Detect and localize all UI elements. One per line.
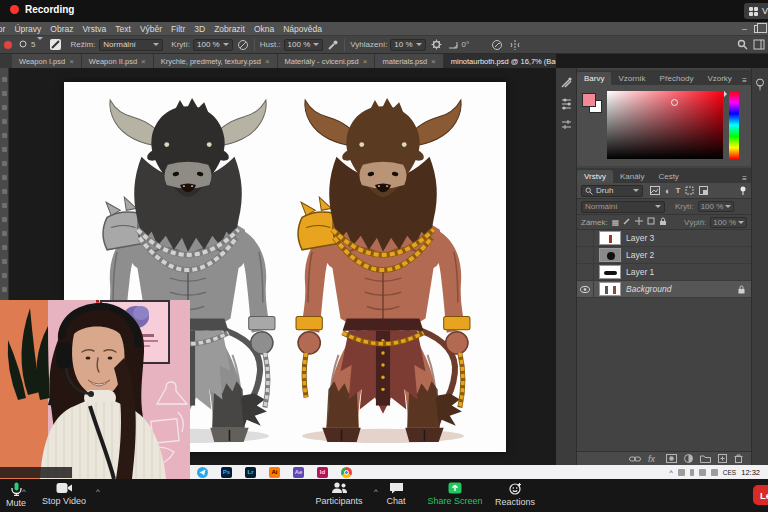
panel-menu-icon[interactable] bbox=[742, 174, 747, 183]
layer-thumbnail[interactable] bbox=[599, 265, 621, 279]
tab-vzorky[interactable]: Vzorky bbox=[700, 72, 738, 85]
filter-pin-icon[interactable] bbox=[739, 186, 747, 196]
tab-vrstvy[interactable]: Vrstvy bbox=[577, 170, 613, 183]
lock-paint-icon[interactable] bbox=[623, 217, 631, 227]
menu-okna[interactable]: Okna bbox=[254, 24, 274, 34]
layer-row[interactable]: Layer 3 bbox=[577, 230, 751, 247]
search-icon[interactable] bbox=[737, 39, 748, 50]
airbrush-icon[interactable] bbox=[327, 39, 339, 51]
close-icon[interactable] bbox=[141, 56, 146, 66]
tab-cesty[interactable]: Cesty bbox=[651, 170, 685, 183]
layer-row[interactable]: Layer 2 bbox=[577, 247, 751, 264]
close-icon[interactable] bbox=[69, 56, 74, 66]
visibility-toggle[interactable] bbox=[577, 230, 594, 246]
close-icon[interactable] bbox=[265, 56, 270, 66]
layer-filter-select[interactable]: Druh bbox=[581, 185, 643, 197]
tray-expand-icon[interactable]: ^ bbox=[670, 469, 673, 476]
layer-thumbnail[interactable] bbox=[599, 231, 621, 245]
filter-adjustment-layers-icon[interactable]: ◐ bbox=[665, 186, 670, 196]
view-button[interactable]: View bbox=[744, 3, 768, 19]
indesign-app-icon[interactable]: Id bbox=[317, 467, 328, 478]
layer-effects-icon[interactable]: fx bbox=[648, 454, 659, 463]
visibility-toggle[interactable] bbox=[577, 281, 594, 297]
document-tab[interactable]: Weapon I.psd bbox=[12, 54, 82, 68]
document-tab[interactable]: materials.psd bbox=[375, 54, 443, 68]
pressure-size-icon[interactable] bbox=[491, 39, 503, 51]
photoshop-app-icon[interactable]: Ps bbox=[221, 467, 232, 478]
symmetry-icon[interactable] bbox=[509, 39, 521, 51]
menu-soubor[interactable]: Soubor bbox=[0, 24, 5, 34]
document-tab[interactable]: Materiály - cviceni.psd bbox=[278, 54, 376, 68]
layer-thumbnail[interactable] bbox=[599, 248, 621, 262]
mute-options-caret[interactable]: ^ bbox=[22, 487, 26, 496]
participants-button[interactable]: Participants bbox=[306, 482, 372, 506]
document-tab[interactable]: Krychle, predmety, textury.psd bbox=[154, 54, 278, 68]
lightroom-app-icon[interactable]: Lr bbox=[245, 467, 256, 478]
leave-button[interactable]: Leave bbox=[753, 485, 768, 505]
visibility-toggle[interactable] bbox=[577, 247, 594, 263]
blend-mode-select[interactable]: Normální bbox=[99, 39, 163, 51]
filter-pixel-layers-icon[interactable] bbox=[650, 186, 660, 195]
layer-blend-mode-select[interactable]: Normální bbox=[581, 201, 665, 213]
close-icon[interactable] bbox=[431, 56, 436, 66]
menu-text[interactable]: Text bbox=[115, 24, 131, 34]
mute-button[interactable]: Mute bbox=[0, 482, 38, 508]
brushes-panel-icon[interactable] bbox=[560, 76, 573, 89]
filter-smart-objects-icon[interactable] bbox=[699, 186, 708, 195]
menu-zobrazit[interactable]: Zobrazit bbox=[214, 24, 245, 34]
menu-vrstva[interactable]: Vrstva bbox=[83, 24, 107, 34]
lock-transparency-icon[interactable]: ▦ bbox=[612, 218, 620, 227]
visibility-toggle[interactable] bbox=[577, 264, 594, 280]
reactions-button[interactable]: Reactions bbox=[486, 482, 544, 507]
after-effects-app-icon[interactable]: Ae bbox=[293, 467, 304, 478]
smoothing-select[interactable]: 10 % bbox=[390, 39, 425, 51]
layer-thumbnail[interactable] bbox=[599, 282, 621, 296]
panel-menu-icon[interactable] bbox=[742, 76, 747, 85]
lock-artboard-icon[interactable] bbox=[647, 217, 655, 227]
browser-icon[interactable] bbox=[341, 467, 352, 478]
minimize-icon[interactable]: – bbox=[742, 24, 747, 34]
keyboard-language[interactable]: CES bbox=[723, 469, 736, 476]
layer-mask-icon[interactable] bbox=[666, 454, 677, 463]
filter-shape-layers-icon[interactable] bbox=[685, 186, 694, 195]
menu-filtr[interactable]: Filtr bbox=[171, 24, 185, 34]
layer-opacity-value[interactable]: 100 % bbox=[698, 201, 735, 212]
color-swatches[interactable] bbox=[582, 93, 604, 115]
window-close-icon[interactable] bbox=[4, 41, 12, 49]
menu-3d[interactable]: 3D bbox=[194, 24, 205, 34]
tray-icon[interactable] bbox=[690, 469, 694, 476]
menu-upravy[interactable]: Úpravy bbox=[14, 24, 41, 34]
video-options-caret[interactable]: ^ bbox=[96, 487, 100, 496]
tray-icon[interactable] bbox=[699, 469, 706, 476]
gear-icon[interactable] bbox=[431, 39, 442, 50]
lightbulb-icon[interactable] bbox=[755, 78, 765, 91]
color-picker-ring[interactable] bbox=[671, 99, 678, 106]
lock-move-icon[interactable] bbox=[635, 217, 643, 227]
filter-type-layers-icon[interactable]: T bbox=[675, 186, 680, 195]
delete-layer-icon[interactable] bbox=[734, 454, 743, 463]
stop-video-button[interactable]: Stop Video bbox=[36, 482, 92, 506]
close-icon[interactable] bbox=[363, 56, 368, 66]
opacity-select[interactable]: 100 % bbox=[193, 39, 233, 51]
layer-fill-value[interactable]: 100 % bbox=[710, 217, 747, 228]
tab-kanaly[interactable]: Kanály bbox=[613, 170, 651, 183]
new-group-icon[interactable] bbox=[700, 454, 711, 463]
restore-window-icon[interactable] bbox=[754, 25, 762, 33]
link-layers-icon[interactable] bbox=[629, 455, 641, 463]
taskbar-clock[interactable]: 12:32 bbox=[741, 468, 760, 477]
adjustment-layer-icon[interactable] bbox=[684, 454, 693, 463]
layer-row-background[interactable]: Background bbox=[577, 281, 751, 298]
saturation-brightness-field[interactable] bbox=[607, 91, 723, 159]
tray-icon[interactable] bbox=[678, 469, 685, 476]
tab-barvy[interactable]: Barvy bbox=[577, 72, 611, 85]
share-screen-button[interactable]: Share Screen bbox=[418, 482, 492, 506]
tab-vzornik[interactable]: Vzorník bbox=[611, 72, 652, 85]
document-tab-active[interactable]: minotaurboth.psd @ 16,7% (Background,RGB… bbox=[444, 54, 556, 68]
hue-slider[interactable] bbox=[729, 91, 739, 159]
properties-panel-icon[interactable] bbox=[560, 118, 573, 131]
workspace-icon[interactable] bbox=[753, 39, 765, 50]
layer-row[interactable]: Layer 1 bbox=[577, 264, 751, 281]
webcam-video[interactable] bbox=[0, 300, 190, 479]
document-tab[interactable]: Weapon II.psd bbox=[82, 54, 154, 68]
brush-settings-toggle-icon[interactable] bbox=[49, 38, 62, 51]
